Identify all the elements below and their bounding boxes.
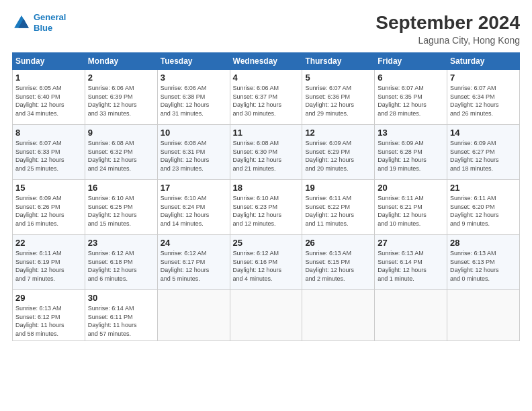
table-row: 16 Sunrise: 6:10 AMSunset: 6:25 PMDaylig… [85,180,157,235]
day-number: 18 [233,183,300,193]
day-info: Sunrise: 6:10 AMSunset: 6:25 PMDaylight:… [88,194,154,228]
header-thursday: Thursday [302,53,375,70]
day-info: Sunrise: 6:09 AMSunset: 6:29 PMDaylight:… [305,139,371,173]
header-friday: Friday [375,53,447,70]
day-number: 17 [161,183,227,193]
day-number: 28 [450,238,517,248]
day-info: Sunrise: 6:12 AMSunset: 6:17 PMDaylight:… [161,249,227,283]
day-info: Sunrise: 6:12 AMSunset: 6:16 PMDaylight:… [233,249,300,283]
day-info: Sunrise: 6:11 AMSunset: 6:20 PMDaylight:… [450,194,517,228]
header-monday: Monday [85,53,157,70]
table-row [375,290,447,341]
table-row: 8 Sunrise: 6:07 AMSunset: 6:33 PMDayligh… [13,125,85,180]
header-saturday: Saturday [447,53,520,70]
day-number: 11 [233,128,300,138]
day-info: Sunrise: 6:07 AMSunset: 6:33 PMDaylight:… [15,139,82,173]
logo: General Blue [12,12,66,33]
day-number: 7 [450,73,517,83]
table-row: 28 Sunrise: 6:13 AMSunset: 6:13 PMDaylig… [447,235,520,290]
day-info: Sunrise: 6:06 AMSunset: 6:38 PMDaylight:… [161,84,227,118]
day-number: 23 [88,238,154,248]
table-row: 18 Sunrise: 6:10 AMSunset: 6:23 PMDaylig… [230,180,302,235]
table-row [447,290,520,341]
day-number: 29 [15,293,82,303]
table-row: 1 Sunrise: 6:05 AMSunset: 6:40 PMDayligh… [13,70,85,125]
day-info: Sunrise: 6:14 AMSunset: 6:11 PMDaylight:… [88,304,154,338]
header-tuesday: Tuesday [157,53,230,70]
day-number: 3 [161,73,227,83]
table-row: 30 Sunrise: 6:14 AMSunset: 6:11 PMDaylig… [85,290,157,341]
day-number: 22 [15,238,82,248]
table-row [157,290,230,341]
day-number: 27 [378,238,444,248]
table-row: 14 Sunrise: 6:09 AMSunset: 6:27 PMDaylig… [447,125,520,180]
table-row: 17 Sunrise: 6:10 AMSunset: 6:24 PMDaylig… [157,180,230,235]
calendar: Sunday Monday Tuesday Wednesday Thursday… [12,52,520,341]
day-info: Sunrise: 6:07 AMSunset: 6:35 PMDaylight:… [378,84,444,118]
table-row: 6 Sunrise: 6:07 AMSunset: 6:35 PMDayligh… [375,70,447,125]
day-info: Sunrise: 6:08 AMSunset: 6:32 PMDaylight:… [88,139,154,173]
table-row: 26 Sunrise: 6:13 AMSunset: 6:15 PMDaylig… [302,235,375,290]
day-info: Sunrise: 6:07 AMSunset: 6:36 PMDaylight:… [305,84,371,118]
day-number: 2 [88,73,154,83]
day-info: Sunrise: 6:10 AMSunset: 6:24 PMDaylight:… [161,194,227,228]
table-row: 4 Sunrise: 6:06 AMSunset: 6:37 PMDayligh… [230,70,302,125]
day-info: Sunrise: 6:09 AMSunset: 6:26 PMDaylight:… [15,194,82,228]
day-number: 8 [15,128,82,138]
table-row: 2 Sunrise: 6:06 AMSunset: 6:39 PMDayligh… [85,70,157,125]
day-info: Sunrise: 6:10 AMSunset: 6:23 PMDaylight:… [233,194,300,228]
header-sunday: Sunday [13,53,85,70]
day-info: Sunrise: 6:08 AMSunset: 6:31 PMDaylight:… [161,139,227,173]
table-row: 9 Sunrise: 6:08 AMSunset: 6:32 PMDayligh… [85,125,157,180]
title-block: September 2024 Laguna City, Hong Kong [375,12,520,46]
day-number: 12 [305,128,371,138]
table-row: 3 Sunrise: 6:06 AMSunset: 6:38 PMDayligh… [157,70,230,125]
page: General Blue September 2024 Laguna City,… [0,0,532,411]
day-info: Sunrise: 6:13 AMSunset: 6:12 PMDaylight:… [15,304,82,338]
table-row: 22 Sunrise: 6:11 AMSunset: 6:19 PMDaylig… [13,235,85,290]
logo-line2: Blue [34,23,52,33]
day-info: Sunrise: 6:08 AMSunset: 6:30 PMDaylight:… [233,139,300,173]
day-info: Sunrise: 6:06 AMSunset: 6:39 PMDaylight:… [88,84,154,118]
day-info: Sunrise: 6:11 AMSunset: 6:19 PMDaylight:… [15,249,82,283]
table-row [230,290,302,341]
table-row: 29 Sunrise: 6:13 AMSunset: 6:12 PMDaylig… [13,290,85,341]
day-info: Sunrise: 6:06 AMSunset: 6:37 PMDaylight:… [233,84,300,118]
table-row [302,290,375,341]
day-number: 10 [161,128,227,138]
day-number: 5 [305,73,371,83]
day-info: Sunrise: 6:05 AMSunset: 6:40 PMDaylight:… [15,84,82,118]
day-info: Sunrise: 6:11 AMSunset: 6:22 PMDaylight:… [305,194,371,228]
table-row: 25 Sunrise: 6:12 AMSunset: 6:16 PMDaylig… [230,235,302,290]
day-info: Sunrise: 6:09 AMSunset: 6:27 PMDaylight:… [450,139,517,173]
table-row: 5 Sunrise: 6:07 AMSunset: 6:36 PMDayligh… [302,70,375,125]
table-row: 20 Sunrise: 6:11 AMSunset: 6:21 PMDaylig… [375,180,447,235]
location-title: Laguna City, Hong Kong [375,35,520,46]
day-number: 16 [88,183,154,193]
table-row: 7 Sunrise: 6:07 AMSunset: 6:34 PMDayligh… [447,70,520,125]
day-number: 30 [88,293,154,303]
day-number: 1 [15,73,82,83]
day-number: 24 [161,238,227,248]
day-info: Sunrise: 6:11 AMSunset: 6:21 PMDaylight:… [378,194,444,228]
day-number: 15 [15,183,82,193]
day-number: 6 [378,73,444,83]
header: General Blue September 2024 Laguna City,… [12,12,520,46]
logo-icon [12,13,31,32]
day-info: Sunrise: 6:07 AMSunset: 6:34 PMDaylight:… [450,84,517,118]
table-row: 23 Sunrise: 6:12 AMSunset: 6:18 PMDaylig… [85,235,157,290]
table-row: 24 Sunrise: 6:12 AMSunset: 6:17 PMDaylig… [157,235,230,290]
month-title: September 2024 [375,12,520,34]
day-number: 4 [233,73,300,83]
day-number: 21 [450,183,517,193]
table-row: 19 Sunrise: 6:11 AMSunset: 6:22 PMDaylig… [302,180,375,235]
day-info: Sunrise: 6:12 AMSunset: 6:18 PMDaylight:… [88,249,154,283]
day-number: 26 [305,238,371,248]
calendar-header-row: Sunday Monday Tuesday Wednesday Thursday… [13,53,520,70]
day-number: 13 [378,128,444,138]
day-number: 19 [305,183,371,193]
table-row: 15 Sunrise: 6:09 AMSunset: 6:26 PMDaylig… [13,180,85,235]
table-row: 21 Sunrise: 6:11 AMSunset: 6:20 PMDaylig… [447,180,520,235]
table-row: 11 Sunrise: 6:08 AMSunset: 6:30 PMDaylig… [230,125,302,180]
logo-text: General Blue [34,12,66,33]
